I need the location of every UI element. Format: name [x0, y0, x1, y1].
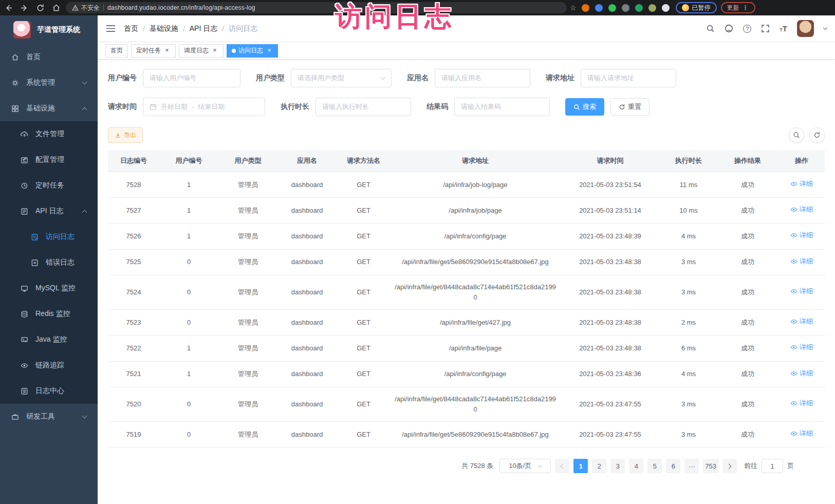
next-page-button[interactable] [722, 459, 737, 473]
search-button[interactable]: 搜索 [565, 98, 604, 116]
page-button-3[interactable]: 3 [610, 459, 625, 473]
bookmark-star-icon[interactable]: ☆ [570, 4, 577, 12]
request-time-cell: 2021-05-03 23:48:36 [560, 361, 660, 387]
chevron-down-icon[interactable] [823, 25, 827, 29]
prev-page-button[interactable] [555, 459, 569, 473]
close-icon[interactable]: × [163, 47, 171, 54]
breadcrumb-item[interactable]: API 日志 [190, 24, 217, 33]
sidebar-item-文件管理[interactable]: 文件管理 [0, 121, 98, 147]
back-icon[interactable] [4, 4, 13, 12]
jump-page-input[interactable]: 1 [762, 459, 783, 473]
paused-badge[interactable]: 已暂停 [676, 2, 717, 13]
jump-prefix: 前往 [744, 461, 757, 471]
duration-input[interactable]: 请输入执行时长 [316, 98, 411, 116]
sidebar-item-访问日志[interactable]: 访问日志 [0, 224, 98, 250]
search-icon[interactable] [706, 24, 715, 33]
detail-link[interactable]: 详细 [790, 204, 813, 215]
home-icon[interactable] [52, 4, 61, 12]
user-id-input[interactable]: 请输入用户编号 [143, 69, 240, 87]
api-log-icon [21, 208, 28, 215]
hamburger-icon[interactable] [106, 25, 116, 32]
forward-icon[interactable] [20, 4, 29, 12]
sidebar-item-链路追踪[interactable]: 链路追踪 [0, 352, 98, 378]
detail-link[interactable]: 详细 [790, 398, 813, 408]
table-row: 75211管理员dashboardGET/api/infra/config/pa… [108, 361, 825, 387]
close-icon[interactable]: × [211, 47, 218, 54]
extension-paw[interactable] [662, 4, 670, 12]
user-id-cell: 0 [159, 387, 218, 421]
sidebar-item-基础设施[interactable]: 基础设施 [0, 96, 98, 121]
sidebar-item-mysql-监控[interactable]: MySQL 监控 [0, 275, 98, 301]
result-code-input[interactable]: 请输入结果码 [454, 98, 550, 116]
page-button-1[interactable]: 1 [573, 459, 588, 473]
request-url-input[interactable]: 请输入请求地址 [581, 69, 676, 87]
tab-定时任务[interactable]: 定时任务× [131, 44, 176, 58]
table-header-row: 日志编号用户编号用户类型应用名请求方法名请求地址请求时间执行时长操作结果操作 [108, 150, 825, 172]
update-button[interactable]: 更新 ⋮ [721, 2, 755, 13]
breadcrumb-item[interactable]: 首页 [124, 24, 138, 33]
toggle-search-button[interactable] [789, 127, 804, 143]
sidebar-item-错误日志[interactable]: 错误日志 [0, 250, 98, 275]
sidebar-item-java-监控[interactable]: Java 监控 [0, 327, 98, 352]
tools-icon [11, 413, 19, 421]
extension-blue-shield[interactable] [595, 4, 603, 12]
extension-orange-ring[interactable] [582, 4, 589, 12]
active-dot [232, 49, 236, 53]
mysql-icon [21, 285, 28, 292]
column-header: 执行时长 [660, 150, 717, 172]
table-row: 75261管理员dashboardGET/api/infra/config/pa… [108, 223, 825, 249]
sidebar-item-定时任务[interactable]: 定时任务 [0, 173, 98, 198]
detail-link[interactable]: 详细 [790, 368, 813, 379]
close-icon[interactable]: × [266, 47, 273, 54]
font-size-icon[interactable]: TT [780, 24, 787, 33]
app-name-input[interactable]: 请输入应用名 [435, 69, 530, 87]
address-bar[interactable]: 不安全 dashboard.yudao.iocoder.cn/infra/log… [66, 2, 567, 13]
page-button-753[interactable]: 753 [703, 459, 718, 473]
user-type-cell: 管理员 [218, 249, 277, 275]
detail-link[interactable]: 详细 [790, 179, 813, 189]
detail-link[interactable]: 详细 [790, 316, 813, 327]
user-id-label: 用户编号 [108, 73, 137, 83]
detail-link[interactable]: 详细 [790, 256, 813, 267]
logo[interactable]: 芋道管理系统 [0, 15, 98, 44]
navbar-actions: ? TT [706, 20, 827, 37]
table-row: 75230管理员dashboardGET/api/infra/file/get/… [108, 310, 825, 335]
tab-调度日志[interactable]: 调度日志× [179, 44, 224, 58]
sidebar-item-系统管理[interactable]: 系统管理 [0, 70, 98, 96]
page-button-4[interactable]: 4 [629, 459, 643, 473]
sidebar-item-配置管理[interactable]: 配置管理 [0, 147, 98, 173]
detail-link[interactable]: 详细 [790, 428, 813, 439]
user-type-select[interactable]: 请选择用户类型 [291, 69, 392, 87]
detail-link[interactable]: 详细 [790, 286, 813, 296]
page-button-5[interactable]: 5 [647, 459, 662, 473]
reset-button[interactable]: 重置 [610, 98, 650, 116]
user-avatar[interactable] [797, 20, 814, 37]
extension-green-circle[interactable] [608, 4, 616, 12]
sidebar-item-redis-监控[interactable]: Redis 监控 [0, 301, 98, 327]
page-button-6[interactable]: 6 [666, 459, 680, 473]
refresh-table-button[interactable] [809, 127, 825, 143]
extension-green-square[interactable] [635, 4, 643, 12]
extension-bug[interactable] [648, 4, 656, 12]
sidebar-item-研发工具[interactable]: 研发工具 [0, 404, 98, 430]
sidebar-item-日志中心[interactable]: 日志中心 [0, 378, 98, 404]
github-icon[interactable] [725, 24, 733, 33]
breadcrumb-item[interactable]: 基础设施 [150, 24, 178, 33]
more-pages-button[interactable]: ··· [684, 459, 699, 473]
export-button[interactable]: 导出 [108, 127, 143, 143]
sidebar-item-api-日志[interactable]: API 日志 [0, 198, 98, 224]
tab-访问日志[interactable]: 访问日志× [227, 44, 278, 58]
page-button-2[interactable]: 2 [592, 459, 606, 473]
sidebar-item-首页[interactable]: 首页 [0, 44, 98, 70]
security-chip[interactable]: 不安全 [72, 4, 100, 12]
detail-link[interactable]: 详细 [790, 230, 813, 240]
help-icon[interactable]: ? [743, 25, 751, 33]
extension-grid[interactable] [622, 4, 629, 12]
reload-icon[interactable] [36, 4, 45, 12]
fullscreen-icon[interactable] [761, 24, 770, 33]
page-size-select[interactable]: 10条/页 [499, 459, 551, 473]
detail-link[interactable]: 详细 [790, 342, 813, 352]
browser-menu-icon[interactable]: ⋮ [743, 4, 749, 11]
request-time-range-picker[interactable]: 开始日期 - 结束日期 [143, 98, 265, 116]
tab-首页[interactable]: 首页 [105, 44, 128, 58]
